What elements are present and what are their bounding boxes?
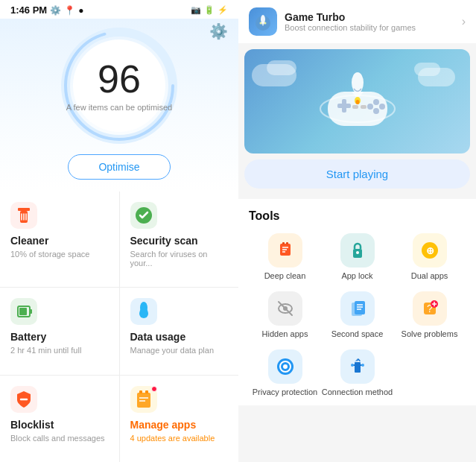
- app-lock-tool[interactable]: App lock: [321, 233, 393, 281]
- solve-problems-label: Solve problems: [402, 329, 458, 339]
- svg-point-31: [373, 108, 379, 114]
- start-playing-button[interactable]: Start playing: [244, 159, 470, 189]
- battery-subtitle: 2 hr 41 min until full: [10, 346, 109, 355]
- status-right: 📷 🔋 ⚡: [191, 5, 228, 15]
- signal-icon: ●: [78, 5, 83, 16]
- battery-tool-icon: [10, 298, 37, 325]
- tools-icons-grid: Deep clean App lock ⊕: [249, 233, 466, 398]
- svg-point-64: [283, 364, 288, 369]
- settings-icon: ⚙️: [50, 5, 61, 16]
- svg-point-32: [367, 104, 373, 110]
- tools-section-title: Tools: [249, 209, 466, 223]
- deep-clean-label: Deep clean: [264, 271, 306, 281]
- game-turbo-banner: [244, 49, 470, 154]
- svg-rect-15: [137, 393, 150, 408]
- svg-rect-33: [352, 105, 358, 109]
- dual-apps-icon: ⊕: [413, 233, 447, 268]
- camera-icon: 📷: [191, 5, 201, 15]
- blocklist-icon: [10, 386, 37, 413]
- blocklist-subtitle: Block calls and messages: [10, 434, 109, 443]
- bolt-icon: ⚡: [218, 5, 228, 15]
- page-settings-icon[interactable]: ⚙️: [209, 23, 228, 39]
- hidden-apps-label: Hidden apps: [262, 329, 308, 339]
- svg-rect-17: [145, 390, 148, 393]
- svg-point-23: [260, 22, 262, 25]
- svg-point-24: [264, 22, 267, 25]
- svg-rect-11: [19, 308, 27, 315]
- dual-apps-tool[interactable]: ⊕ Dual apps: [393, 233, 466, 281]
- connection-method-label: Connection method: [322, 387, 393, 397]
- privacy-protection-icon: [268, 349, 302, 384]
- cleaner-title: Cleaner: [10, 235, 109, 247]
- score-area: ⚙️ 96 A few items can be optimised Optim…: [0, 19, 238, 192]
- battery-tool[interactable]: Battery 2 hr 41 min until full: [0, 288, 119, 374]
- connection-method-icon: [340, 349, 375, 384]
- data-usage-title: Data usage: [130, 331, 229, 343]
- right-panel: Game Turbo Boost connection stability fo…: [238, 0, 476, 462]
- left-tools-grid: Cleaner 10% of storage space Security sc…: [0, 192, 238, 462]
- connection-method-tool[interactable]: Connection method: [321, 349, 393, 397]
- battery-icon: 🔋: [204, 5, 215, 15]
- security-scan-tool[interactable]: Security scan Search for viruses on your…: [120, 192, 239, 287]
- solve-problems-icon: ?: [413, 291, 447, 326]
- score-subtext: A few items can be optimised: [66, 103, 172, 112]
- svg-rect-65: [355, 362, 361, 373]
- hidden-apps-icon: [268, 291, 302, 326]
- svg-rect-10: [30, 309, 32, 314]
- battery-title: Battery: [10, 331, 109, 343]
- game-turbo-text: Game Turbo Boost connection stability fo…: [285, 11, 454, 32]
- svg-text:⊕: ⊕: [425, 245, 434, 256]
- svg-rect-41: [286, 242, 288, 244]
- chevron-right-icon: ›: [462, 15, 466, 28]
- cleaner-subtitle: 10% of storage space: [10, 250, 109, 259]
- security-scan-icon: [130, 202, 157, 229]
- hidden-apps-tool[interactable]: Hidden apps: [249, 291, 321, 339]
- deep-clean-icon: [268, 233, 302, 268]
- svg-rect-34: [361, 105, 366, 109]
- second-space-tool[interactable]: Second space: [321, 291, 393, 339]
- status-time: 1:46 PM: [10, 4, 47, 16]
- manage-apps-subtitle: 4 updates are available: [130, 434, 229, 443]
- game-turbo-title: Game Turbo: [285, 11, 454, 23]
- data-usage-subtitle: Manage your data plan: [130, 346, 229, 355]
- manage-apps-tool[interactable]: Manage apps 4 updates are available: [120, 376, 239, 462]
- optimise-button[interactable]: Optimise: [68, 154, 170, 180]
- svg-point-29: [373, 99, 379, 105]
- manage-apps-icon: [130, 386, 157, 413]
- security-scan-subtitle: Search for viruses on your...: [130, 250, 229, 268]
- manage-apps-title: Manage apps: [130, 419, 229, 431]
- svg-point-30: [379, 104, 385, 110]
- second-space-icon: [340, 291, 375, 326]
- security-scan-title: Security scan: [130, 235, 229, 247]
- status-left: 1:46 PM ⚙️ 📍 ●: [10, 4, 83, 16]
- tools-section: Tools Deep clean: [238, 199, 476, 405]
- svg-rect-3: [18, 208, 30, 211]
- score-number: 96: [98, 60, 141, 98]
- svg-rect-40: [282, 242, 285, 244]
- deep-clean-tool[interactable]: Deep clean: [249, 233, 321, 281]
- game-turbo-logo: [249, 7, 277, 36]
- solve-problems-tool[interactable]: ? Solve problems: [393, 291, 466, 339]
- left-panel: 1:46 PM ⚙️ 📍 ● 📷 🔋 ⚡ ⚙️: [0, 0, 238, 462]
- game-turbo-header[interactable]: Game Turbo Boost connection stability fo…: [238, 0, 476, 43]
- second-space-label: Second space: [331, 329, 384, 339]
- svg-point-68: [351, 364, 354, 367]
- game-turbo-graphic: [309, 60, 406, 142]
- svg-rect-16: [139, 390, 142, 393]
- app-lock-icon: [340, 233, 375, 268]
- game-turbo-subtitle: Boost connection stability for games: [285, 23, 454, 32]
- blocklist-tool[interactable]: Blocklist Block calls and messages: [0, 376, 119, 462]
- cleaner-icon: [10, 202, 37, 229]
- dual-apps-label: Dual apps: [411, 271, 448, 281]
- svg-point-69: [361, 364, 364, 367]
- data-usage-icon: [130, 298, 157, 325]
- status-bar: 1:46 PM ⚙️ 📍 ● 📷 🔋 ⚡: [0, 0, 238, 19]
- score-circle: 96 A few items can be optimised: [60, 26, 179, 145]
- svg-rect-53: [355, 301, 365, 314]
- privacy-protection-tool[interactable]: Privacy protection: [249, 349, 321, 397]
- data-usage-tool[interactable]: Data usage Manage your data plan: [120, 288, 239, 374]
- privacy-protection-label: Privacy protection: [253, 387, 317, 397]
- blocklist-title: Blocklist: [10, 419, 109, 431]
- svg-point-35: [352, 72, 364, 93]
- cleaner-tool[interactable]: Cleaner 10% of storage space: [0, 192, 119, 287]
